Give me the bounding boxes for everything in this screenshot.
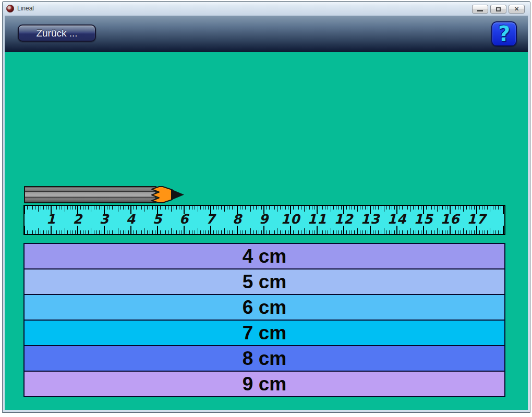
ruler-tick: [376, 230, 376, 234]
ruler-tick: [384, 206, 384, 212]
ruler-tick: [250, 206, 251, 212]
ruler-tick: [221, 206, 222, 210]
ruler-tick: [463, 228, 464, 234]
ruler-tick: [32, 206, 33, 210]
ruler-tick: [54, 230, 54, 234]
ruler-tick: [250, 228, 251, 234]
ruler-tick: [501, 206, 501, 210]
back-button[interactable]: Zurück ...: [18, 24, 96, 42]
ruler-tick: [389, 206, 390, 210]
ruler-tick: [485, 230, 485, 234]
ruler-number: 12: [334, 212, 354, 227]
ruler-tick: [216, 230, 216, 234]
ruler-tick: [426, 230, 427, 234]
ruler-tick: [315, 230, 315, 234]
ruler-tick: [65, 206, 65, 212]
ruler-tick: [126, 206, 126, 210]
minimize-button[interactable]: [472, 5, 488, 14]
ruler-tick: [396, 226, 397, 234]
ruler-tick: [72, 206, 73, 210]
ruler-tick: [176, 230, 177, 234]
help-button[interactable]: ?: [491, 21, 517, 46]
ruler-tick: [70, 230, 70, 234]
ruler-tick: [248, 206, 248, 210]
ruler-tick: [298, 206, 299, 210]
ruler-tick: [386, 206, 387, 210]
ruler-tick: [152, 230, 153, 234]
ruler-tick: [134, 206, 134, 210]
ruler-tick: [471, 206, 472, 210]
ruler-tick: [91, 228, 91, 234]
answer-label: 6 cm: [243, 297, 286, 318]
ruler-tick: [235, 230, 235, 234]
ruler-tick: [410, 206, 411, 212]
ruler-tick: [59, 230, 59, 234]
ruler-tick: [450, 226, 451, 234]
answer-option-5cm[interactable]: 5 cm: [23, 268, 505, 295]
ruler-tick: [168, 230, 168, 234]
ruler-tick: [102, 230, 102, 234]
ruler-tick: [83, 230, 83, 234]
ruler-tick: [192, 230, 192, 234]
answer-option-6cm[interactable]: 6 cm: [23, 294, 505, 321]
answer-option-9cm[interactable]: 9 cm: [23, 371, 505, 397]
ruler-tick: [429, 230, 429, 234]
ruler-tick: [49, 206, 49, 210]
ruler-tick: [288, 206, 288, 210]
ruler-tick: [288, 230, 288, 234]
ruler-tick: [429, 206, 429, 210]
ruler-tick: [402, 230, 403, 234]
ruler-tick: [46, 230, 46, 234]
ruler-tick: [203, 206, 203, 210]
window-title: Lineal: [17, 5, 34, 12]
ruler-tick: [495, 230, 496, 234]
ruler-tick: [416, 230, 416, 234]
ruler-number: 3: [100, 212, 109, 227]
ruler-tick: [343, 226, 344, 234]
ruler-tick: [240, 206, 240, 210]
ruler-tick: [503, 206, 504, 214]
maximize-button[interactable]: [490, 5, 506, 14]
ruler-tick: [86, 206, 86, 210]
ruler-tick: [43, 230, 44, 234]
ruler-tick: [469, 230, 469, 234]
ruler-tick: [227, 206, 227, 210]
ruler-tick: [267, 230, 267, 234]
ruler-tick: [253, 230, 254, 234]
ruler-tick: [370, 226, 371, 234]
close-button[interactable]: ✕: [509, 5, 525, 14]
ruler-tick: [118, 206, 118, 212]
ruler-tick: [304, 206, 305, 212]
close-icon: ✕: [514, 6, 519, 12]
answer-option-7cm[interactable]: 7 cm: [23, 320, 505, 346]
answer-option-4cm[interactable]: 4 cm: [23, 243, 505, 269]
ruler-tick: [331, 228, 331, 234]
ruler-tick: [307, 230, 307, 234]
ruler-tick: [285, 206, 286, 210]
ruler-tick: [54, 206, 54, 210]
ruler-tick: [30, 230, 30, 234]
ruler-tick: [503, 226, 504, 234]
ruler-tick: [128, 230, 129, 234]
ruler-tick: [296, 230, 296, 234]
question-mark-icon: ?: [498, 23, 510, 44]
ruler-tick: [267, 206, 267, 210]
ruler-tick: [229, 206, 230, 210]
ruler-tick: [200, 206, 201, 210]
ruler-tick: [453, 206, 453, 210]
ruler-tick: [77, 226, 78, 234]
ruler-tick: [174, 206, 174, 210]
ruler-tick: [410, 228, 411, 234]
ruler-tick: [120, 206, 121, 210]
ruler-tick: [176, 206, 177, 210]
ruler-tick: [418, 206, 419, 210]
ruler-tick: [136, 206, 137, 210]
answer-option-8cm[interactable]: 8 cm: [23, 345, 505, 372]
ruler-tick: [440, 206, 440, 210]
ruler-tick: [476, 226, 477, 234]
ruler-tick: [99, 230, 100, 234]
ruler-tick: [458, 230, 458, 234]
ruler-tick: [96, 206, 97, 210]
ruler-tick: [120, 230, 121, 234]
ruler-tick: [280, 206, 281, 210]
